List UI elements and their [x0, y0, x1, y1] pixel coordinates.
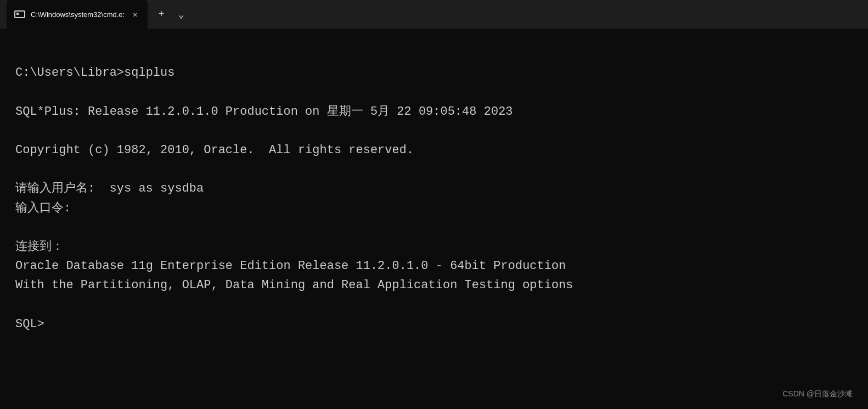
- terminal-line: With the Partitioning, OLAP, Data Mining…: [15, 276, 853, 295]
- terminal-line: SQL>: [15, 315, 853, 334]
- title-bar: C:\Windows\system32\cmd.e: ✕ + ⌄: [0, 0, 868, 29]
- terminal-line: Copyright (c) 1982, 2010, Oracle. All ri…: [15, 141, 853, 160]
- terminal-line: 连接到：: [15, 237, 853, 256]
- blank-line: [15, 82, 853, 102]
- blank-line: [15, 295, 853, 314]
- blank-line: [15, 44, 853, 63]
- tab-group: C:\Windows\system32\cmd.e: ✕ + ⌄: [7, 0, 190, 29]
- blank-line: [15, 160, 853, 179]
- blank-line: [15, 121, 853, 141]
- terminal-window: C:\Windows\system32\cmd.e: ✕ + ⌄ C:\User…: [0, 0, 868, 409]
- tab-actions: + ⌄: [152, 0, 190, 29]
- terminal-line: Oracle Database 11g Enterprise Edition R…: [15, 256, 853, 276]
- terminal-content[interactable]: C:\Users\Libra>sqlplusSQL*Plus: Release …: [0, 29, 868, 409]
- new-tab-button[interactable]: +: [152, 5, 171, 24]
- active-tab[interactable]: C:\Windows\system32\cmd.e: ✕: [7, 0, 148, 29]
- watermark: CSDN @日落金沙滩: [782, 389, 853, 399]
- terminal-line: 请输入用户名: sys as sysdba: [15, 179, 853, 198]
- cmd-icon: [14, 10, 25, 18]
- close-tab-button[interactable]: ✕: [130, 9, 140, 19]
- blank-line: [15, 218, 853, 237]
- dropdown-button[interactable]: ⌄: [172, 5, 190, 24]
- terminal-line: 输入口令:: [15, 199, 853, 218]
- tab-title: C:\Windows\system32\cmd.e:: [31, 10, 125, 19]
- terminal-line: C:\Users\Libra>sqlplus: [15, 63, 853, 82]
- terminal-line: SQL*Plus: Release 11.2.0.1.0 Production …: [15, 102, 853, 121]
